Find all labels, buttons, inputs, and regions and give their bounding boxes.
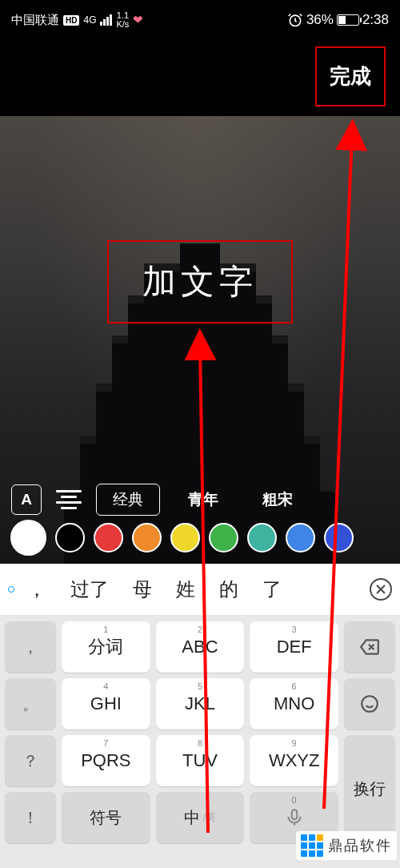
key-question[interactable]: ？ — [5, 735, 56, 786]
battery-icon — [337, 14, 359, 26]
backspace-key[interactable] — [344, 621, 395, 673]
key-5[interactable]: 5JKL — [156, 678, 245, 729]
style-toolbar: A 经典 青年 粗宋 — [0, 484, 400, 516]
lang-key[interactable]: 中/英 — [156, 792, 245, 843]
key-6[interactable]: 6MNO — [250, 678, 338, 729]
keyboard: ， 过了 母 姓 的 了 ， 1分词 2ABC 3DEF 。 4GHI 5JKL… — [0, 564, 400, 868]
font-option-youth[interactable]: 青年 — [172, 484, 234, 515]
key-4[interactable]: 4GHI — [62, 678, 150, 729]
candidate-2[interactable]: 母 — [133, 577, 152, 602]
speed-label: 1.1K/s — [116, 11, 129, 29]
battery-pct: 36% — [306, 12, 334, 28]
clock-label: 2:38 — [362, 12, 389, 28]
color-blue[interactable] — [286, 523, 315, 553]
key-9[interactable]: 9WXYZ — [250, 735, 338, 786]
font-option-song[interactable]: 粗宋 — [246, 484, 309, 515]
key-3[interactable]: 3DEF — [250, 621, 338, 673]
svg-rect-2 — [291, 810, 297, 819]
signal-icon — [100, 14, 112, 26]
key-7[interactable]: 7PQRS — [62, 735, 150, 786]
close-candidates-icon[interactable] — [370, 578, 392, 601]
key-comma[interactable]: ， — [5, 621, 56, 673]
candidate-row: ， 过了 母 姓 的 了 — [0, 564, 400, 615]
color-teal[interactable] — [247, 523, 277, 553]
key-period[interactable]: 。 — [5, 678, 56, 729]
color-indigo[interactable] — [324, 523, 354, 553]
key-1[interactable]: 1分词 — [62, 621, 150, 673]
carrier-label: 中国联通 — [11, 13, 59, 28]
key-8[interactable]: 8TUV — [156, 735, 245, 786]
status-bar: 中国联通 HD 4G 1.1K/s ❤ 36% 2:38 — [0, 0, 400, 40]
color-black[interactable] — [55, 523, 85, 553]
alarm-icon — [287, 12, 303, 28]
color-yellow[interactable] — [170, 523, 200, 553]
color-palette — [0, 520, 400, 556]
hd-badge: HD — [63, 15, 79, 26]
color-green[interactable] — [209, 523, 238, 553]
color-orange[interactable] — [132, 523, 162, 553]
watermark-text: 鼎品软件 — [328, 836, 392, 855]
candidate-indicator[interactable] — [8, 586, 14, 593]
candidate-1[interactable]: 过了 — [70, 577, 109, 602]
candidate-0[interactable]: ， — [27, 577, 46, 602]
done-button[interactable]: 完成 — [315, 46, 386, 106]
emoji-key[interactable] — [344, 678, 395, 729]
key-exclaim[interactable]: ！ — [5, 792, 56, 843]
color-red[interactable] — [94, 523, 123, 553]
align-button[interactable] — [54, 490, 84, 509]
heart-icon: ❤ — [133, 13, 143, 27]
candidate-3[interactable]: 姓 — [176, 577, 195, 602]
key-2[interactable]: 2ABC — [156, 621, 245, 673]
color-white[interactable] — [10, 520, 46, 556]
font-option-classic[interactable]: 经典 — [96, 484, 160, 516]
candidate-5[interactable]: 了 — [262, 577, 282, 602]
enter-key[interactable]: 换行 — [344, 735, 395, 843]
candidate-4[interactable]: 的 — [219, 577, 238, 602]
symbol-key[interactable]: 符号 — [62, 792, 150, 843]
photo-canvas[interactable]: 加文字 A 经典 青年 粗宋 — [0, 116, 400, 564]
watermark: 鼎品软件 — [296, 831, 397, 860]
network-label: 4G — [83, 14, 96, 26]
svg-point-1 — [362, 696, 378, 712]
watermark-icon — [301, 834, 323, 857]
text-input-overlay[interactable]: 加文字 — [107, 240, 293, 323]
text-style-button[interactable]: A — [11, 484, 42, 515]
